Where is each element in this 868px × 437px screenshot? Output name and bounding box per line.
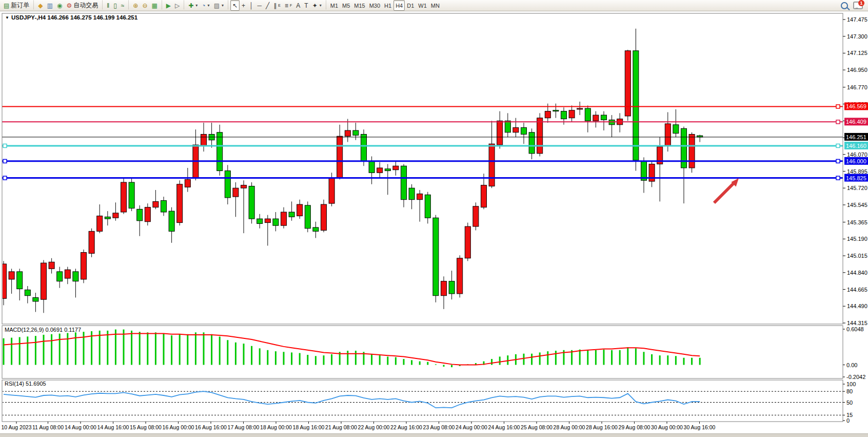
bear-candle-body [25,290,30,295]
signals-button[interactable]: ◉ [55,0,64,11]
bar-chart-button[interactable]: ‖ [105,0,111,11]
level-line-handle[interactable] [836,176,840,180]
profile-button[interactable]: ◆ [36,0,45,11]
tf-w1-button[interactable]: W1 [416,0,429,11]
time-tick-label: 15 Aug 08:00 [130,424,162,430]
candle [249,182,254,223]
chart-canvas[interactable]: 147.475147.300147.125146.950146.770146.5… [0,11,868,433]
auto-scroll-icon: ▶ [166,3,171,9]
bull-candle-body [241,185,247,188]
price-tick-label: 144.490 [847,303,867,309]
indicator-plus-icon: ✚ [188,3,193,9]
toolbar-separator [326,1,326,9]
time-tick-label: 22 Aug 16:00 [390,424,422,430]
equidistant-channel-button[interactable]: ∥E [271,0,283,11]
bear-candle-body [33,297,38,301]
candle [473,202,479,230]
bull-candle-body [233,188,239,197]
tf-m15-button[interactable]: M15 [352,0,367,11]
signal-icon: ◉ [57,3,62,9]
bull-candle-body [665,124,670,146]
level-price-label-text: 146.409 [846,119,866,125]
bull-candle-body [113,213,119,218]
trendline-button[interactable]: ╱ [264,0,271,11]
level-line-handle[interactable] [836,120,840,124]
level-line-handle[interactable] [836,159,840,163]
bear-candle-body [257,219,263,223]
indicators-button-dropdown-icon[interactable]: ▾ [195,3,198,8]
indicators-button[interactable]: ✚▾ [186,0,200,11]
zoom-in-button[interactable]: ⊕ [131,0,140,11]
channel-icon: ∥ [273,3,277,9]
chat-button[interactable]: 1 [853,2,862,9]
level-line-handle[interactable] [3,159,7,163]
bull-candle-body [345,130,350,136]
tf-h1-button-label: H1 [384,3,391,9]
candle [433,215,439,302]
level-line-handle[interactable] [3,144,7,147]
bull-candle-body [329,178,334,203]
bull-candle-body [473,206,479,226]
tf-m15-button-label: M15 [354,3,365,9]
templates-button-dropdown-icon[interactable]: ▾ [222,3,224,8]
fibonacci-icon: ≡ [285,3,288,9]
zoom-out-icon: ⊖ [142,3,147,9]
zoom-out-button[interactable]: ⊖ [140,0,149,11]
bull-candle-body [9,272,14,279]
search-icon[interactable] [841,2,848,9]
window-bottom-strip [0,433,868,437]
time-tick-label: 14 Aug 16:00 [97,424,129,430]
macd-tick-label: -0.2042 [846,374,865,380]
chart-shift-button[interactable]: ▷ [173,0,182,11]
symbol-expand-icon[interactable]: ▼ [5,15,9,20]
price-tick-label: 145.895 [847,168,867,175]
tf-m30-button[interactable]: M30 [367,0,382,11]
periods-button[interactable]: ◔▾ [200,0,211,11]
new-order-button[interactable]: ▤新订单 [2,0,31,11]
time-tick-label: 25 Aug 08:00 [521,424,553,430]
toolbar-separator [228,1,228,9]
time-tick-label: 23 Aug 08:00 [423,424,455,430]
time-tick-label: 30 Aug 00:00 [651,424,683,430]
text-button[interactable]: A [294,0,302,11]
tf-m5-button[interactable]: M5 [340,0,352,11]
time-tick-label: 11 Aug 08:00 [32,424,64,430]
bear-candle-body [249,186,254,219]
tf-d1-button[interactable]: D1 [405,0,416,11]
tf-m5-button-label: M5 [342,3,350,9]
periods-button-dropdown-icon[interactable]: ▾ [208,3,210,8]
arrows-button-dropdown-icon[interactable]: ▾ [320,3,322,8]
bull-candle-body [457,258,463,294]
vertical-line-button[interactable]: │ [247,0,255,11]
auto-scroll-button[interactable]: ▶ [164,0,173,11]
tf-m1-button[interactable]: M1 [328,0,340,11]
arrows-button[interactable]: ✦▾ [310,0,324,11]
market-watch-button[interactable]: ▥ [45,0,55,11]
cursor-button[interactable]: ↖ [230,0,240,11]
line-chart-icon: ≈ [121,3,125,9]
crosshair-button[interactable]: + [240,0,247,11]
tf-h1-button[interactable]: H1 [382,0,393,11]
candlestick-button[interactable]: ▯ [111,0,119,11]
tf-h4-button[interactable]: H4 [393,0,405,11]
tf-mn-button[interactable]: MN [429,0,442,11]
line-chart-button[interactable]: ≈ [119,0,127,11]
chart-window: 147.475147.300147.125146.950146.770146.5… [0,11,868,433]
horizontal-line-button[interactable]: ─ [255,0,264,11]
time-tick-label: 16 Aug 16:00 [195,424,227,430]
level-line-handle[interactable] [836,105,840,108]
candle [81,250,87,283]
tile-windows-button[interactable]: ▦ [149,0,159,11]
fibonacci-button[interactable]: ≡F [283,0,294,11]
bull-candle-body [89,231,94,253]
toolbar-separator [128,1,129,9]
tf-d1-button-label: D1 [407,3,414,9]
text-label-button[interactable]: T [302,0,310,11]
level-price-label-text: 146.569 [846,103,866,109]
level-line-handle[interactable] [3,176,7,180]
templates-button[interactable]: ▨▾ [212,0,226,11]
auto-trading-button[interactable]: ⚙自动交易 [64,0,100,11]
ohlc-bars-icon: ‖ [107,3,109,9]
level-line-handle[interactable] [836,144,840,147]
candle [217,125,223,176]
